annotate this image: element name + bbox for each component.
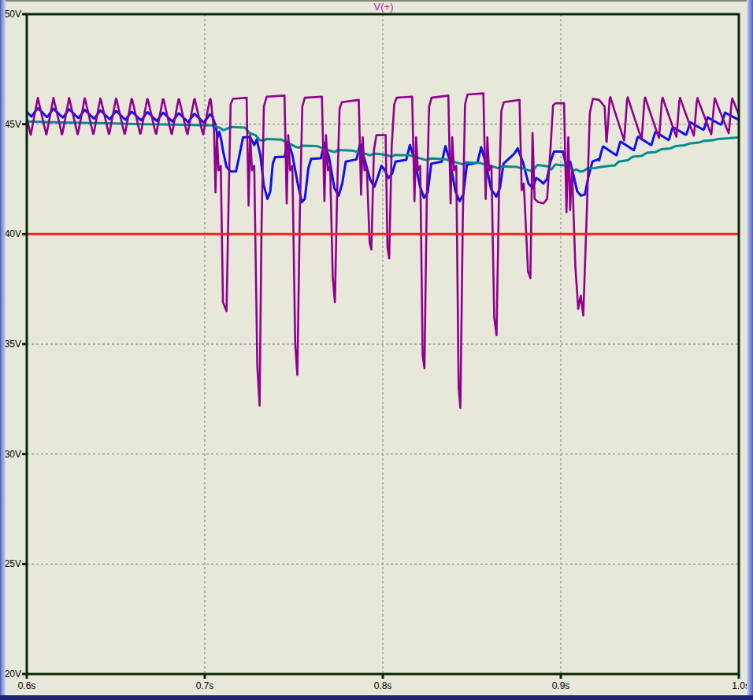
y-tick-label: 40V [5, 228, 21, 239]
x-tick-label: 0.8s [374, 680, 392, 691]
waveform-viewer-window: 0.6s0.7s0.8s0.9s1.0s20V25V30V35V40V45V50… [0, 0, 753, 700]
plot-title: V(+) [374, 1, 394, 13]
x-tick-label: 0.7s [196, 680, 214, 691]
y-tick-label: 25V [5, 558, 21, 569]
x-tick-label: 0.9s [552, 680, 570, 691]
x-tick-label: 0.6s [18, 680, 36, 691]
window-left-resize-border[interactable] [0, 0, 6, 695]
y-tick-label: 35V [5, 339, 21, 350]
y-tick-label: 30V [5, 449, 21, 460]
y-tick-label: 45V [5, 119, 21, 130]
waveform-plot[interactable]: 0.6s0.7s0.8s0.9s1.0s20V25V30V35V40V45V50… [0, 0, 753, 700]
y-tick-label: 20V [5, 669, 21, 680]
window-right-resize-border[interactable] [747, 0, 753, 695]
y-tick-label: 50V [5, 9, 21, 20]
window-bottom-resize-border[interactable] [0, 695, 753, 700]
